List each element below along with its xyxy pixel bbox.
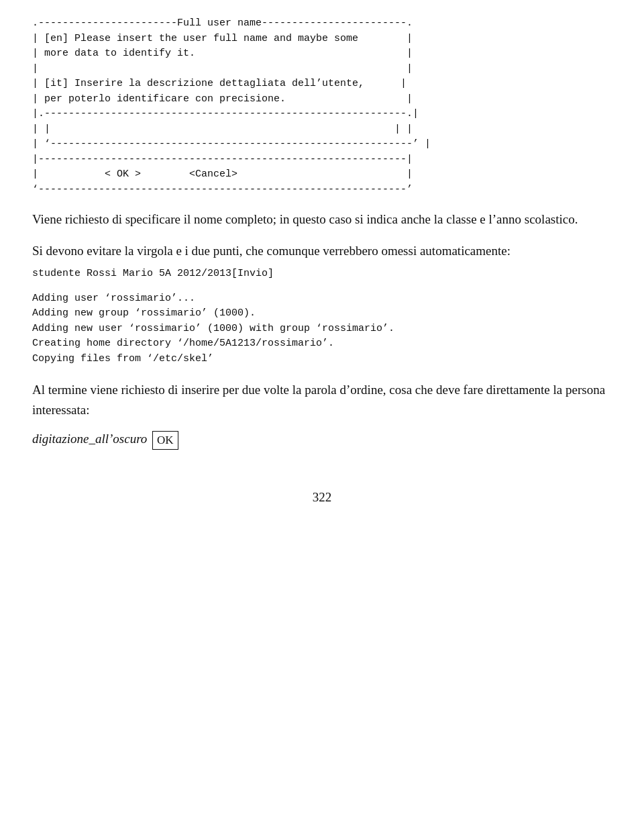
paragraph-1: Viene richiesto di specificare il nome c… <box>32 209 612 229</box>
terminal-block-1: .-----------------------Full user name--… <box>32 16 612 197</box>
italic-phrase: digitazione_all’oscuro <box>32 432 147 446</box>
ok-box: OK <box>152 431 178 450</box>
paragraph-2: Si devono evitare la virgola e i due pun… <box>32 241 612 260</box>
page-number: 322 <box>32 490 612 505</box>
paragraph-3: Al termine viene richiesto di inserire p… <box>32 380 612 420</box>
terminal-block-2: Adding user ‘rossimario’... Adding new g… <box>32 291 612 367</box>
command-line: studente Rossi Mario 5A 2012/2013⁠[Invio… <box>32 268 612 279</box>
final-line: digitazione_all’oscuro OK <box>32 429 612 450</box>
